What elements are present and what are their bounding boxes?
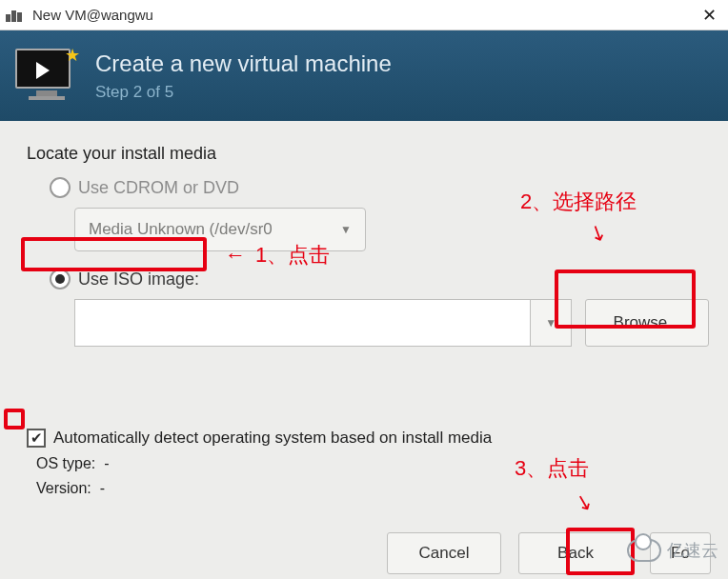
monitor-icon: ★ [15, 49, 78, 104]
wizard-body: Locate your install media Use CDROM or D… [0, 121, 728, 579]
back-button[interactable]: Back [518, 532, 633, 574]
wizard-header: ★ Create a new virtual machine Step 2 of… [0, 30, 728, 121]
radio-cdrom-label: Use CDROM or DVD [78, 178, 239, 198]
section-title: Locate your install media [27, 144, 709, 164]
window-title: New VM@wangwu [32, 7, 153, 23]
radio-iso-label: Use ISO image: [78, 270, 199, 290]
wizard-footer: Cancel Back Fo [0, 528, 728, 579]
cloud-icon [627, 539, 661, 562]
close-icon[interactable]: ✕ [696, 2, 722, 29]
iso-path-input[interactable] [74, 299, 530, 347]
browse-button[interactable]: Browse... [585, 299, 709, 347]
app-icon [6, 9, 25, 22]
os-version-row: Version: - [36, 480, 709, 497]
caret-down-icon: ▼ [545, 316, 556, 329]
caret-down-icon: ▼ [340, 223, 352, 236]
autodetect-checkbox[interactable]: ✔ [27, 429, 46, 448]
annotation-box-checkbox [4, 409, 25, 429]
os-type-row: OS type: - [36, 455, 709, 472]
watermark: 亿速云 [627, 539, 718, 562]
media-combo-value: Media Unknown (/dev/sr0 [89, 220, 273, 239]
header-step: Step 2 of 5 [95, 83, 392, 102]
cancel-button[interactable]: Cancel [387, 532, 501, 574]
titlebar: New VM@wangwu ✕ [0, 0, 728, 30]
iso-path-dropdown[interactable]: ▼ [530, 299, 572, 347]
header-title: Create a new virtual machine [95, 50, 392, 77]
autodetect-label: Automatically detect operating system ba… [53, 429, 492, 448]
media-combo[interactable]: Media Unknown (/dev/sr0 ▼ [74, 208, 366, 251]
radio-cdrom[interactable] [50, 177, 71, 198]
radio-iso[interactable] [50, 269, 71, 290]
annotation-arrow-2: ↘ [584, 217, 610, 247]
